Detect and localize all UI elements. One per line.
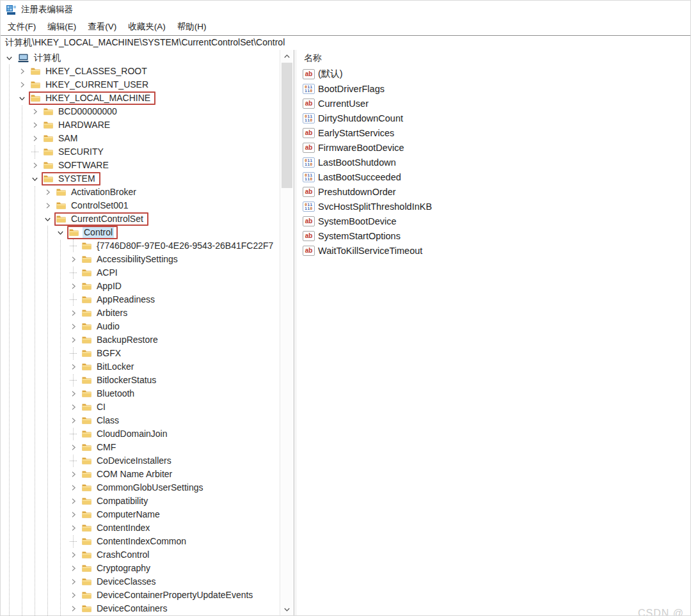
chevron-right-icon[interactable] — [69, 360, 77, 374]
menu-item-0[interactable]: 文件(F) — [2, 19, 42, 35]
value-row[interactable]: abPreshutdownOrder — [303, 184, 690, 199]
tree-item[interactable]: {7746D80F-97E0-4E26-9543-26B41FC22F7 — [1, 239, 280, 253]
tree-item[interactable]: AppID — [1, 280, 280, 293]
value-row[interactable]: 011110LastBootSucceeded — [303, 170, 690, 184]
tree-item[interactable]: BGFX — [1, 347, 280, 360]
tree-item[interactable]: Audio — [1, 320, 280, 333]
chevron-right-icon[interactable] — [69, 575, 77, 588]
tree-item[interactable]: CMF — [1, 441, 280, 454]
menu-item-2[interactable]: 查看(V) — [82, 19, 122, 35]
tree-item[interactable]: BCD00000000 — [1, 105, 280, 118]
tree-item[interactable]: HKEY_CLASSES_ROOT — [1, 65, 280, 78]
tree-item[interactable]: CI — [1, 400, 280, 414]
tree-item[interactable]: ComputerName — [1, 508, 280, 521]
chevron-down-icon[interactable] — [5, 51, 13, 65]
chevron-right-icon[interactable] — [69, 306, 77, 320]
chevron-down-icon[interactable] — [31, 172, 39, 186]
tree-item[interactable]: BackupRestore — [1, 333, 280, 347]
tree-scrollbar[interactable] — [280, 50, 294, 615]
chevron-right-icon[interactable] — [31, 105, 39, 118]
chevron-right-icon[interactable] — [18, 65, 26, 78]
value-row[interactable]: abCurrentUser — [303, 96, 690, 111]
chevron-right-icon[interactable] — [69, 521, 77, 535]
tree-item[interactable]: DeviceClasses — [1, 575, 280, 588]
chevron-down-icon[interactable] — [56, 226, 65, 239]
tree-item[interactable]: SECURITY — [1, 145, 280, 159]
value-row[interactable]: abFirmwareBootDevice — [303, 140, 690, 155]
tree-item[interactable]: BitLocker — [1, 360, 280, 374]
chevron-right-icon[interactable] — [69, 280, 77, 293]
tree-item[interactable]: Class — [1, 414, 280, 427]
tree-item[interactable]: SYSTEM — [1, 172, 280, 186]
value-row[interactable]: abWaitToKillServiceTimeout — [303, 243, 690, 258]
tree-item[interactable]: CrashControl — [1, 548, 280, 562]
chevron-right-icon[interactable] — [44, 186, 52, 199]
menu-item-4[interactable]: 帮助(H) — [171, 19, 212, 35]
value-row[interactable]: abEarlyStartServices — [303, 125, 690, 140]
menu-item-3[interactable]: 收藏夹(A) — [122, 19, 171, 35]
value-row[interactable]: abSystemStartOptions — [303, 228, 690, 243]
tree-item[interactable]: HKEY_LOCAL_MACHINE — [1, 91, 280, 105]
value-row[interactable]: abSystemBootDevice — [303, 214, 690, 228]
tree-item[interactable]: Cryptography — [1, 562, 280, 575]
chevron-right-icon[interactable] — [69, 253, 77, 266]
chevron-right-icon[interactable] — [69, 548, 77, 562]
scrollbar-thumb[interactable] — [282, 63, 292, 188]
tree-item[interactable]: Compatibility — [1, 494, 280, 508]
tree-item[interactable]: ACPI — [1, 266, 280, 280]
chevron-right-icon[interactable] — [69, 494, 77, 508]
value-row[interactable]: 011110SvcHostSplitThresholdInKB — [303, 199, 690, 214]
scroll-down-icon[interactable] — [280, 604, 294, 615]
tree-item[interactable]: CloudDomainJoin — [1, 427, 280, 441]
chevron-right-icon[interactable] — [69, 588, 77, 602]
chevron-right-icon[interactable] — [18, 78, 26, 91]
tree-item[interactable]: Arbiters — [1, 306, 280, 320]
tree-item[interactable]: DeviceContainerPropertyUpdateEvents — [1, 588, 280, 602]
tree-item[interactable]: AccessibilitySettings — [1, 253, 280, 266]
value-row[interactable]: ab(默认) — [303, 67, 690, 81]
tree-item-body: Compatibility — [80, 494, 153, 508]
tree-item[interactable]: ContentIndex — [1, 521, 280, 535]
tree-item[interactable]: BitlockerStatus — [1, 374, 280, 387]
tree-item[interactable]: Control — [1, 226, 280, 239]
chevron-down-icon[interactable] — [44, 212, 52, 226]
tree-item[interactable]: ControlSet001 — [1, 199, 280, 212]
tree-item[interactable]: SOFTWARE — [1, 159, 280, 172]
tree-item[interactable]: CurrentControlSet — [1, 212, 280, 226]
tree-item[interactable]: SAM — [1, 132, 280, 145]
chevron-right-icon[interactable] — [69, 481, 77, 494]
tree-item[interactable]: HARDWARE — [1, 118, 280, 132]
tree-item[interactable]: AppReadiness — [1, 293, 280, 306]
tree-item[interactable]: Bluetooth — [1, 387, 280, 400]
chevron-right-icon[interactable] — [69, 320, 77, 333]
tree-item[interactable]: CommonGlobUserSettings — [1, 481, 280, 494]
tree-item[interactable]: CoDeviceInstallers — [1, 454, 280, 468]
address-bar[interactable]: 计算机\HKEY_LOCAL_MACHINE\SYSTEM\CurrentCon… — [1, 35, 690, 51]
tree-item[interactable]: 计算机 — [1, 51, 280, 65]
chevron-right-icon[interactable] — [31, 159, 39, 172]
scroll-up-icon[interactable] — [280, 51, 294, 61]
chevron-right-icon[interactable] — [69, 602, 77, 615]
chevron-right-icon[interactable] — [44, 199, 52, 212]
menu-item-1[interactable]: 编辑(E) — [42, 19, 82, 35]
chevron-right-icon[interactable] — [69, 468, 77, 481]
tree-item[interactable]: ContentIndexCommon — [1, 535, 280, 548]
chevron-right-icon[interactable] — [31, 132, 39, 145]
value-row[interactable]: 011110LastBootShutdown — [303, 155, 690, 170]
values-column-header-name[interactable]: 名称 — [303, 50, 690, 67]
tree-item[interactable]: DeviceContainers — [1, 602, 280, 615]
value-row[interactable]: 011110BootDriverFlags — [303, 81, 690, 96]
tree-item[interactable]: COM Name Arbiter — [1, 468, 280, 481]
chevron-right-icon[interactable] — [69, 441, 77, 454]
tree-item[interactable]: ActivationBroker — [1, 186, 280, 199]
chevron-right-icon[interactable] — [69, 562, 77, 575]
tree-item[interactable]: HKEY_CURRENT_USER — [1, 78, 280, 91]
chevron-right-icon[interactable] — [69, 414, 77, 427]
chevron-right-icon[interactable] — [69, 333, 77, 347]
chevron-right-icon[interactable] — [31, 118, 39, 132]
chevron-right-icon[interactable] — [69, 387, 77, 400]
chevron-right-icon[interactable] — [69, 400, 77, 414]
value-row[interactable]: 011110DirtyShutdownCount — [303, 111, 690, 125]
chevron-right-icon[interactable] — [69, 508, 77, 521]
chevron-down-icon[interactable] — [18, 91, 26, 105]
